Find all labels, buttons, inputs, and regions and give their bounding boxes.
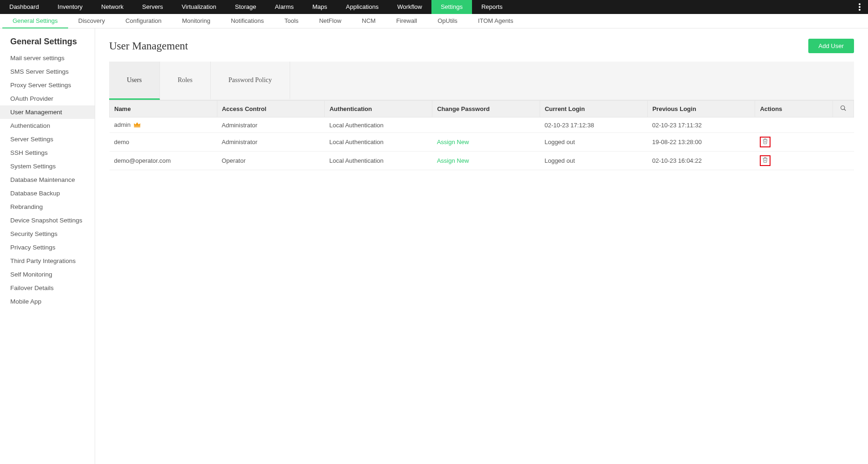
sidebar-item-user-management[interactable]: User Management xyxy=(0,105,95,119)
top-nav-item-maps[interactable]: Maps xyxy=(303,0,337,14)
column-header-change-password[interactable]: Change Password xyxy=(432,101,540,118)
column-header-previous-login[interactable]: Previous Login xyxy=(647,101,755,118)
page-header: User Management Add User xyxy=(109,39,854,53)
sub-nav-item-oputils[interactable]: OpUtils xyxy=(427,14,468,28)
top-nav-item-servers[interactable]: Servers xyxy=(133,0,173,14)
svg-point-2 xyxy=(859,9,861,11)
sidebar-title: General Settings xyxy=(0,37,95,51)
sidebar: General Settings Mail server settingsSMS… xyxy=(0,28,95,464)
trash-icon[interactable] xyxy=(762,138,768,146)
top-nav-item-storage[interactable]: Storage xyxy=(226,0,266,14)
crown-icon xyxy=(133,122,141,129)
column-header-current-login[interactable]: Current Login xyxy=(540,101,647,118)
sidebar-item-mobile-app[interactable]: Mobile App xyxy=(0,295,95,308)
sidebar-item-mail-server-settings[interactable]: Mail server settings xyxy=(0,51,95,65)
top-nav: DashboardInventoryNetworkServersVirtuali… xyxy=(0,0,868,14)
top-nav-item-dashboard[interactable]: Dashboard xyxy=(0,0,49,14)
user-name: admin xyxy=(114,121,131,128)
sidebar-item-proxy-server-settings[interactable]: Proxy Server Settings xyxy=(0,78,95,92)
sub-nav-item-firewall[interactable]: Firewall xyxy=(386,14,427,28)
column-header-actions[interactable]: Actions xyxy=(755,101,833,118)
cell-name[interactable]: demo xyxy=(110,133,217,152)
top-nav-item-workflow[interactable]: Workflow xyxy=(388,0,431,14)
top-nav-item-inventory[interactable]: Inventory xyxy=(49,0,92,14)
cell-actions xyxy=(755,118,833,133)
sidebar-item-device-snapshot-settings[interactable]: Device Snapshot Settings xyxy=(0,214,95,227)
assign-new-link[interactable]: Assign New xyxy=(437,139,469,145)
sidebar-item-database-maintenance[interactable]: Database Maintenance xyxy=(0,173,95,187)
tabs-filler xyxy=(290,62,854,100)
sidebar-item-authentication[interactable]: Authentication xyxy=(0,119,95,132)
sub-nav-item-configuration[interactable]: Configuration xyxy=(115,14,172,28)
cell-previous-login: 02-10-23 16:04:22 xyxy=(647,152,755,170)
cell-actions xyxy=(755,133,833,152)
cell-name[interactable]: demo@operator.com xyxy=(110,152,217,170)
assign-new-link[interactable]: Assign New xyxy=(437,157,469,164)
cell-change-password[interactable]: Assign New xyxy=(432,152,540,170)
user-table: NameAccess ControlAuthenticationChange P… xyxy=(109,100,854,170)
table-row: demoAdministratorLocal AuthenticationAss… xyxy=(110,133,854,152)
cell-previous-login: 19-08-22 13:28:00 xyxy=(647,133,755,152)
cell-authentication: Local Authentication xyxy=(325,133,432,152)
sidebar-item-server-settings[interactable]: Server Settings xyxy=(0,132,95,146)
cell-current-login: Logged out xyxy=(540,152,647,170)
sidebar-item-security-settings[interactable]: Security Settings xyxy=(0,227,95,241)
cell-access-control: Operator xyxy=(217,152,325,170)
cell-blank xyxy=(833,133,854,152)
sub-nav-item-monitoring[interactable]: Monitoring xyxy=(172,14,221,28)
column-header-access-control[interactable]: Access Control xyxy=(217,101,325,118)
sidebar-item-third-party-integrations[interactable]: Third Party Integrations xyxy=(0,254,95,268)
sidebar-item-sms-server-settings[interactable]: SMS Server Settings xyxy=(0,65,95,78)
sidebar-item-database-backup[interactable]: Database Backup xyxy=(0,187,95,200)
search-icon[interactable] xyxy=(833,101,854,118)
cell-blank xyxy=(833,152,854,170)
table-row: adminAdministratorLocal Authentication02… xyxy=(110,118,854,133)
cell-current-login: 02-10-23 17:12:38 xyxy=(540,118,647,133)
cell-current-login: Logged out xyxy=(540,133,647,152)
sidebar-item-oauth-provider[interactable]: OAuth Provider xyxy=(0,92,95,105)
sidebar-item-ssh-settings[interactable]: SSH Settings xyxy=(0,146,95,159)
cell-blank xyxy=(833,118,854,133)
top-nav-item-virtualization[interactable]: Virtualization xyxy=(173,0,226,14)
cell-name[interactable]: admin xyxy=(110,118,217,133)
top-nav-item-applications[interactable]: Applications xyxy=(337,0,388,14)
delete-highlight xyxy=(760,155,771,166)
sub-nav-item-netflow[interactable]: NetFlow xyxy=(309,14,352,28)
tab-users[interactable]: Users xyxy=(109,62,160,100)
sidebar-item-rebranding[interactable]: Rebranding xyxy=(0,200,95,214)
top-nav-item-alarms[interactable]: Alarms xyxy=(265,0,303,14)
sub-nav-item-ncm[interactable]: NCM xyxy=(352,14,386,28)
column-header-authentication[interactable]: Authentication xyxy=(325,101,432,118)
more-menu-icon[interactable] xyxy=(856,0,863,14)
sub-nav-item-notifications[interactable]: Notifications xyxy=(221,14,274,28)
tab-password-policy[interactable]: Password Policy xyxy=(211,62,290,100)
user-name: demo xyxy=(114,139,130,145)
sidebar-item-privacy-settings[interactable]: Privacy Settings xyxy=(0,241,95,254)
column-header-name[interactable]: Name xyxy=(110,101,217,118)
add-user-button[interactable]: Add User xyxy=(808,39,854,53)
sub-nav-item-general-settings[interactable]: General Settings xyxy=(2,14,68,28)
sub-nav-item-tools[interactable]: Tools xyxy=(274,14,309,28)
table-row: demo@operator.comOperatorLocal Authentic… xyxy=(110,152,854,170)
delete-highlight xyxy=(760,137,771,147)
top-nav-item-settings[interactable]: Settings xyxy=(431,0,472,14)
tab-roles[interactable]: Roles xyxy=(160,62,211,100)
sub-nav-item-discovery[interactable]: Discovery xyxy=(68,14,115,28)
user-name: demo@operator.com xyxy=(114,157,171,164)
cell-previous-login: 02-10-23 17:11:32 xyxy=(647,118,755,133)
svg-point-0 xyxy=(859,3,861,5)
svg-point-1 xyxy=(859,6,861,8)
top-nav-item-reports[interactable]: Reports xyxy=(472,0,512,14)
sidebar-item-failover-details[interactable]: Failover Details xyxy=(0,281,95,295)
cell-authentication: Local Authentication xyxy=(325,118,432,133)
top-nav-item-network[interactable]: Network xyxy=(92,0,133,14)
tabs: UsersRolesPassword Policy xyxy=(109,62,854,100)
sidebar-item-system-settings[interactable]: System Settings xyxy=(0,159,95,173)
cell-access-control: Administrator xyxy=(217,133,325,152)
page-title: User Management xyxy=(109,40,188,52)
sub-nav-item-itom-agents[interactable]: ITOM Agents xyxy=(468,14,524,28)
cell-authentication: Local Authentication xyxy=(325,152,432,170)
sidebar-item-self-monitoring[interactable]: Self Monitoring xyxy=(0,268,95,281)
cell-change-password[interactable]: Assign New xyxy=(432,133,540,152)
trash-icon[interactable] xyxy=(762,157,768,165)
